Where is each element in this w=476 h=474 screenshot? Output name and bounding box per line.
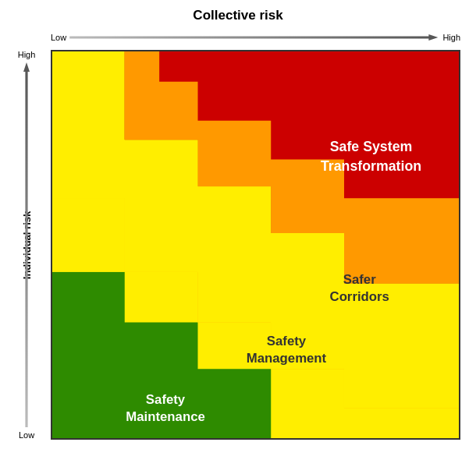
y-axis-high-label: High <box>18 50 36 59</box>
chart-title: Collective risk <box>193 8 282 23</box>
y-axis-arrow <box>23 62 30 427</box>
chart-wrapper: Low High Individual risk High Low <box>16 27 468 463</box>
matrix: Safe System Transformation Safer Corrido… <box>51 50 460 440</box>
y-axis-col: High Low <box>16 50 37 440</box>
svg-text:Safe System: Safe System <box>330 139 413 154</box>
svg-text:Transformation: Transformation <box>321 158 421 174</box>
svg-text:Maintenance: Maintenance <box>126 409 205 424</box>
svg-text:Corridors: Corridors <box>330 289 389 304</box>
x-axis-high-label: High <box>442 33 460 42</box>
x-axis-arrow <box>69 34 438 41</box>
svg-text:Safety: Safety <box>267 334 307 348</box>
svg-marker-11 <box>52 198 125 272</box>
page-container: Collective risk Low High Individual risk… <box>0 0 476 474</box>
svg-text:Management: Management <box>247 351 327 366</box>
x-axis-row: Low High <box>51 27 460 48</box>
svg-text:Safer: Safer <box>343 272 376 287</box>
svg-text:Safety: Safety <box>146 392 186 407</box>
y-axis-low-label: Low <box>19 430 34 440</box>
x-axis-low-label: Low <box>51 33 66 42</box>
